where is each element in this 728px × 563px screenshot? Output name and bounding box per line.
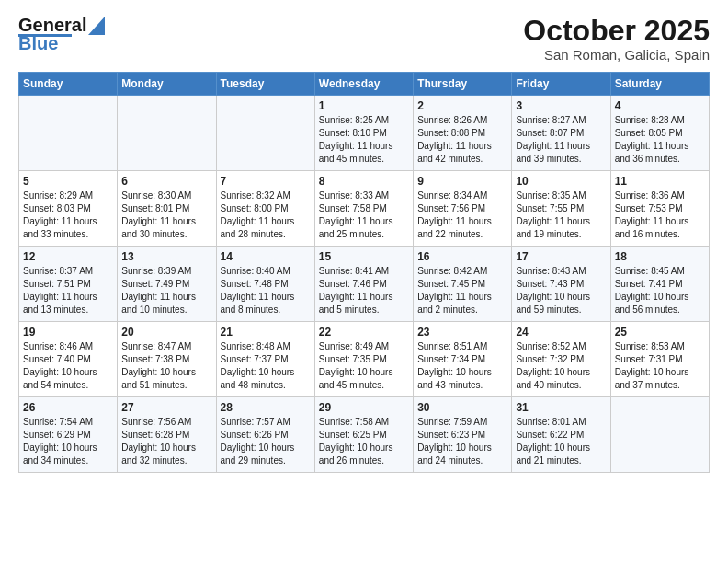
day-info: Sunrise: 8:25 AMSunset: 8:10 PMDaylight:… <box>319 114 409 166</box>
day-info-line: Daylight: 11 hours and 39 minutes. <box>516 141 590 164</box>
day-info: Sunrise: 8:29 AMSunset: 8:03 PMDaylight:… <box>23 190 113 241</box>
calendar-header-row: Sunday Monday Tuesday Wednesday Thursday… <box>19 73 710 96</box>
day-info-line: Sunset: 7:56 PM <box>417 203 485 213</box>
day-number: 15 <box>319 250 409 263</box>
day-number: 23 <box>417 326 507 339</box>
day-info-line: Sunrise: 8:39 AM <box>121 266 191 276</box>
day-number: 5 <box>23 175 113 188</box>
day-info-line: Sunrise: 8:29 AM <box>23 190 93 201</box>
day-info-line: Sunset: 6:28 PM <box>121 430 189 440</box>
day-info: Sunrise: 8:27 AMSunset: 8:07 PMDaylight:… <box>516 114 606 166</box>
logo-blue: Blue <box>18 33 58 54</box>
day-info: Sunrise: 8:47 AMSunset: 7:38 PMDaylight:… <box>121 340 211 392</box>
calendar-cell: 20Sunrise: 8:47 AMSunset: 7:38 PMDayligh… <box>118 322 216 397</box>
day-number: 18 <box>615 250 705 263</box>
day-info-line: Daylight: 11 hours and 5 minutes. <box>319 292 393 315</box>
day-info: Sunrise: 8:35 AMSunset: 7:55 PMDaylight:… <box>516 190 606 241</box>
day-number: 28 <box>221 401 311 414</box>
calendar-cell: 28Sunrise: 7:57 AMSunset: 6:26 PMDayligh… <box>216 397 314 473</box>
day-number: 11 <box>615 175 705 188</box>
day-info-line: Sunrise: 8:41 AM <box>319 266 389 276</box>
day-info-line: Daylight: 11 hours and 10 minutes. <box>121 292 196 315</box>
calendar-cell <box>118 96 216 171</box>
day-number: 13 <box>121 250 211 263</box>
day-number: 25 <box>615 326 705 339</box>
day-info-line: Sunset: 8:01 PM <box>121 203 189 213</box>
day-info-line: Sunset: 8:00 PM <box>221 203 289 213</box>
col-sunday: Sunday <box>19 73 118 96</box>
day-info-line: Sunset: 7:32 PM <box>516 354 584 364</box>
day-info-line: Sunset: 8:07 PM <box>516 128 584 138</box>
day-number: 16 <box>417 250 507 263</box>
day-number: 19 <box>23 326 113 339</box>
day-info: Sunrise: 8:32 AMSunset: 8:00 PMDaylight:… <box>221 190 311 241</box>
day-info-line: Daylight: 11 hours and 16 minutes. <box>615 216 689 239</box>
calendar-cell: 4Sunrise: 8:28 AMSunset: 8:05 PMDaylight… <box>610 96 709 171</box>
col-thursday: Thursday <box>414 73 512 96</box>
day-number: 30 <box>417 401 507 414</box>
day-info-line: Daylight: 11 hours and 42 minutes. <box>417 141 492 164</box>
day-number: 21 <box>221 326 311 339</box>
day-info-line: Daylight: 11 hours and 8 minutes. <box>221 292 295 315</box>
calendar-cell: 9Sunrise: 8:34 AMSunset: 7:56 PMDaylight… <box>414 171 512 247</box>
day-info-line: Daylight: 10 hours and 34 minutes. <box>23 442 97 465</box>
day-number: 14 <box>221 250 311 263</box>
day-info-line: Sunset: 7:49 PM <box>121 279 189 289</box>
day-info-line: Sunrise: 8:33 AM <box>319 190 389 201</box>
day-info: Sunrise: 8:28 AMSunset: 8:05 PMDaylight:… <box>615 114 705 166</box>
col-saturday: Saturday <box>610 73 709 96</box>
col-wednesday: Wednesday <box>314 73 413 96</box>
day-info: Sunrise: 8:45 AMSunset: 7:41 PMDaylight:… <box>615 265 705 316</box>
day-info-line: Sunset: 7:53 PM <box>615 203 683 213</box>
day-info-line: Sunrise: 8:25 AM <box>319 115 389 125</box>
day-info-line: Daylight: 11 hours and 28 minutes. <box>221 216 295 239</box>
title-block: October 2025 San Roman, Galicia, Spain <box>523 15 710 63</box>
day-info: Sunrise: 8:41 AMSunset: 7:46 PMDaylight:… <box>319 265 409 316</box>
day-info-line: Sunrise: 8:51 AM <box>417 341 487 351</box>
day-number: 22 <box>319 326 409 339</box>
day-number: 8 <box>319 175 409 188</box>
day-info: Sunrise: 8:40 AMSunset: 7:48 PMDaylight:… <box>221 265 311 316</box>
calendar-title: October 2025 <box>523 15 710 47</box>
calendar-cell: 22Sunrise: 8:49 AMSunset: 7:35 PMDayligh… <box>314 322 413 397</box>
day-info-line: Daylight: 10 hours and 40 minutes. <box>516 367 590 390</box>
calendar-cell: 5Sunrise: 8:29 AMSunset: 8:03 PMDaylight… <box>19 171 118 247</box>
day-info-line: Daylight: 10 hours and 21 minutes. <box>516 442 590 465</box>
day-info-line: Sunrise: 8:34 AM <box>417 190 487 201</box>
day-number: 20 <box>121 326 211 339</box>
calendar-cell: 24Sunrise: 8:52 AMSunset: 7:32 PMDayligh… <box>512 322 610 397</box>
day-info-line: Sunset: 7:31 PM <box>615 354 683 364</box>
day-info-line: Daylight: 10 hours and 43 minutes. <box>417 367 492 390</box>
day-info-line: Sunrise: 8:46 AM <box>23 341 93 351</box>
day-info: Sunrise: 7:58 AMSunset: 6:25 PMDaylight:… <box>319 416 409 467</box>
calendar-cell: 10Sunrise: 8:35 AMSunset: 7:55 PMDayligh… <box>512 171 610 247</box>
header: General Blue October 2025 San Roman, Gal… <box>18 15 710 63</box>
day-info-line: Daylight: 10 hours and 51 minutes. <box>121 367 196 390</box>
day-number: 1 <box>319 99 409 112</box>
day-info: Sunrise: 8:49 AMSunset: 7:35 PMDaylight:… <box>319 340 409 392</box>
calendar-cell: 6Sunrise: 8:30 AMSunset: 8:01 PMDaylight… <box>118 171 216 247</box>
day-number: 4 <box>615 99 705 112</box>
day-info: Sunrise: 7:59 AMSunset: 6:23 PMDaylight:… <box>417 416 507 467</box>
day-info-line: Sunset: 8:03 PM <box>23 203 91 213</box>
day-info: Sunrise: 8:42 AMSunset: 7:45 PMDaylight:… <box>417 265 507 316</box>
day-info-line: Sunset: 7:43 PM <box>516 279 584 289</box>
day-info-line: Daylight: 10 hours and 56 minutes. <box>615 292 689 315</box>
calendar-cell: 21Sunrise: 8:48 AMSunset: 7:37 PMDayligh… <box>216 322 314 397</box>
day-info-line: Sunset: 7:34 PM <box>417 354 485 364</box>
calendar-cell: 12Sunrise: 8:37 AMSunset: 7:51 PMDayligh… <box>19 247 118 322</box>
day-info-line: Sunrise: 8:27 AM <box>516 115 586 125</box>
day-number: 9 <box>417 175 507 188</box>
calendar-cell: 29Sunrise: 7:58 AMSunset: 6:25 PMDayligh… <box>314 397 413 473</box>
day-info: Sunrise: 8:01 AMSunset: 6:22 PMDaylight:… <box>516 416 606 467</box>
calendar-subtitle: San Roman, Galicia, Spain <box>523 47 710 63</box>
day-info-line: Sunset: 8:08 PM <box>417 128 485 138</box>
calendar-cell <box>610 397 709 473</box>
day-info: Sunrise: 7:57 AMSunset: 6:26 PMDaylight:… <box>221 416 311 467</box>
day-info-line: Sunset: 7:46 PM <box>319 279 387 289</box>
logo: General Blue <box>18 15 105 54</box>
day-number: 17 <box>516 250 606 263</box>
day-info-line: Daylight: 10 hours and 24 minutes. <box>417 442 492 465</box>
day-info-line: Daylight: 10 hours and 29 minutes. <box>221 442 295 465</box>
day-info-line: Sunrise: 8:01 AM <box>516 417 586 427</box>
